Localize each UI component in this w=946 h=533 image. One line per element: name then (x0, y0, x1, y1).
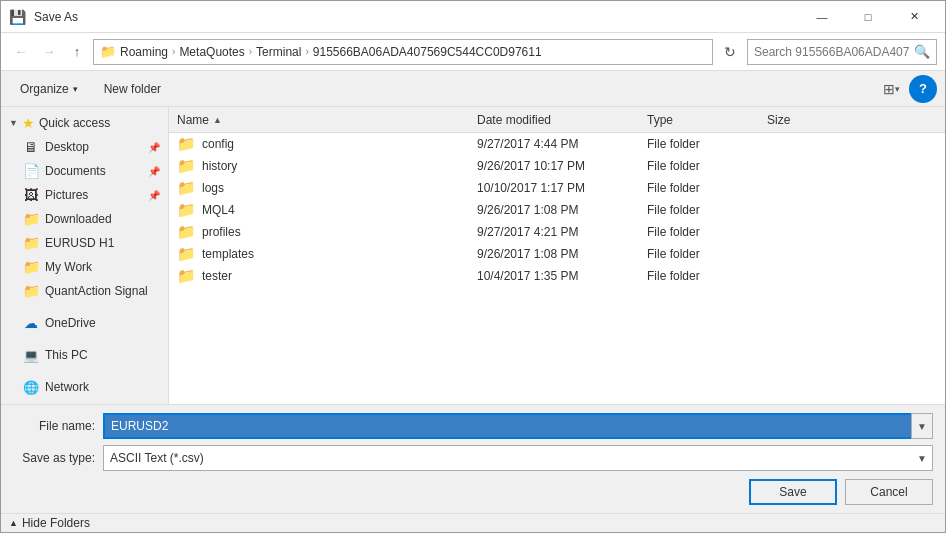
sidebar-item-mywork[interactable]: 📁 My Work (1, 255, 168, 279)
file-date: 9/27/2017 4:44 PM (469, 137, 639, 151)
downloaded-icon: 📁 (23, 211, 39, 227)
sidebar-item-documents[interactable]: 📄 Documents 📌 (1, 159, 168, 183)
view-button[interactable]: ⊞ ▾ (877, 75, 905, 103)
title-bar: 💾 Save As — □ ✕ (1, 1, 945, 33)
savetype-select-wrapper: ASCII Text (*.csv) All Files (*.*) ▼ (103, 445, 933, 471)
column-header-name[interactable]: Name ▲ (169, 113, 469, 127)
table-row[interactable]: 📁 templates 9/26/2017 1:08 PM File folde… (169, 243, 945, 265)
onedrive-icon: ☁ (23, 315, 39, 331)
col-type-label: Type (647, 113, 673, 127)
sidebar-item-desktop-label: Desktop (45, 140, 142, 154)
sidebar-item-downloaded-label: Downloaded (45, 212, 160, 226)
sidebar-item-thispc[interactable]: 💻 This PC (1, 343, 168, 367)
quantaction-icon: 📁 (23, 283, 39, 299)
filename-row: File name: ▼ (13, 413, 933, 439)
title-bar-controls: — □ ✕ (799, 1, 937, 33)
filename-label: File name: (13, 419, 103, 433)
toolbar: Organize ▾ New folder ⊞ ▾ ? (1, 71, 945, 107)
file-type: File folder (639, 269, 759, 283)
address-path[interactable]: 📁 Roaming › MetaQuotes › Terminal › 9155… (93, 39, 713, 65)
search-input[interactable] (754, 45, 910, 59)
path-segment-terminal: Terminal (256, 45, 301, 59)
sidebar-item-desktop[interactable]: 🖥 Desktop 📌 (1, 135, 168, 159)
file-name: history (202, 159, 237, 173)
main-content: ▼ ★ Quick access 🖥 Desktop 📌 📄 Documents… (1, 107, 945, 404)
file-type: File folder (639, 159, 759, 173)
savetype-label: Save as type: (13, 451, 103, 465)
new-folder-button[interactable]: New folder (93, 75, 172, 103)
quick-access-header[interactable]: ▼ ★ Quick access (1, 111, 168, 135)
toolbar-right: ⊞ ▾ ? (877, 75, 937, 103)
minimize-button[interactable]: — (799, 1, 845, 33)
folder-icon: 📁 (177, 223, 196, 241)
file-date: 10/4/2017 1:35 PM (469, 269, 639, 283)
quick-access-chevron-icon: ▼ (9, 118, 18, 128)
organize-label: Organize (20, 82, 69, 96)
table-row[interactable]: 📁 config 9/27/2017 4:44 PM File folder (169, 133, 945, 155)
network-icon: 🌐 (23, 379, 39, 395)
sidebar-item-mywork-label: My Work (45, 260, 160, 274)
table-row[interactable]: 📁 profiles 9/27/2017 4:21 PM File folder (169, 221, 945, 243)
filename-dropdown-button[interactable]: ▼ (911, 413, 933, 439)
path-segment-hash: 915566BA06ADA407569C544CC0D97611 (313, 45, 542, 59)
path-segment-metaquotes: MetaQuotes (179, 45, 244, 59)
view-icon: ⊞ (883, 81, 895, 97)
file-name: logs (202, 181, 224, 195)
file-type: File folder (639, 181, 759, 195)
organize-button[interactable]: Organize ▾ (9, 75, 89, 103)
sidebar-item-quantaction-label: QuantAction Signal (45, 284, 160, 298)
sidebar-item-documents-label: Documents (45, 164, 142, 178)
bottom-area: File name: ▼ Save as type: ASCII Text (*… (1, 404, 945, 513)
file-list-header: Name ▲ Date modified Type Size (169, 107, 945, 133)
folder-icon: 📁 (177, 267, 196, 285)
file-date: 9/26/2017 10:17 PM (469, 159, 639, 173)
hide-folders-bar[interactable]: ▲ Hide Folders (1, 513, 945, 532)
pin-icon-pictures: 📌 (148, 190, 160, 201)
new-folder-label: New folder (104, 82, 161, 96)
pictures-icon: 🖼 (23, 187, 39, 203)
file-name: MQL4 (202, 203, 235, 217)
close-button[interactable]: ✕ (891, 1, 937, 33)
view-chevron-icon: ▾ (895, 84, 900, 94)
save-button[interactable]: Save (749, 479, 837, 505)
search-icon: 🔍 (914, 44, 930, 59)
column-header-date[interactable]: Date modified (469, 113, 639, 127)
folder-icon: 📁 (177, 157, 196, 175)
sidebar-item-onedrive[interactable]: ☁ OneDrive (1, 311, 168, 335)
back-button[interactable]: ← (9, 40, 33, 64)
address-bar: ← → ↑ 📁 Roaming › MetaQuotes › Terminal … (1, 33, 945, 71)
sidebar-item-eurusd-label: EURUSD H1 (45, 236, 160, 250)
cancel-button[interactable]: Cancel (845, 479, 933, 505)
quick-access-label: Quick access (39, 116, 110, 130)
sidebar-item-network[interactable]: 🌐 Network (1, 375, 168, 399)
file-date: 9/26/2017 1:08 PM (469, 203, 639, 217)
eurusd-icon: 📁 (23, 235, 39, 251)
window-icon: 💾 (9, 9, 26, 25)
file-type: File folder (639, 225, 759, 239)
savetype-select[interactable]: ASCII Text (*.csv) All Files (*.*) (103, 445, 933, 471)
table-row[interactable]: 📁 MQL4 9/26/2017 1:08 PM File folder (169, 199, 945, 221)
pin-icon-desktop: 📌 (148, 142, 160, 153)
maximize-button[interactable]: □ (845, 1, 891, 33)
sidebar-item-pictures[interactable]: 🖼 Pictures 📌 (1, 183, 168, 207)
sidebar-item-downloaded[interactable]: 📁 Downloaded (1, 207, 168, 231)
up-button[interactable]: ↑ (65, 40, 89, 64)
refresh-button[interactable]: ↻ (717, 39, 743, 65)
sidebar-item-eurusd[interactable]: 📁 EURUSD H1 (1, 231, 168, 255)
folder-icon-small: 📁 (100, 44, 116, 59)
forward-button[interactable]: → (37, 40, 61, 64)
window-title: Save As (34, 10, 78, 24)
table-row[interactable]: 📁 history 9/26/2017 10:17 PM File folder (169, 155, 945, 177)
column-header-size[interactable]: Size (759, 113, 839, 127)
help-button[interactable]: ? (909, 75, 937, 103)
column-header-type[interactable]: Type (639, 113, 759, 127)
table-row[interactable]: 📁 tester 10/4/2017 1:35 PM File folder (169, 265, 945, 287)
desktop-icon: 🖥 (23, 139, 39, 155)
sidebar-item-thispc-label: This PC (45, 348, 160, 362)
quick-access-icon: ★ (22, 115, 35, 131)
sidebar-item-quantaction[interactable]: 📁 QuantAction Signal (1, 279, 168, 303)
file-date: 9/27/2017 4:21 PM (469, 225, 639, 239)
table-row[interactable]: 📁 logs 10/10/2017 1:17 PM File folder (169, 177, 945, 199)
folder-icon: 📁 (177, 179, 196, 197)
filename-input[interactable] (103, 413, 933, 439)
